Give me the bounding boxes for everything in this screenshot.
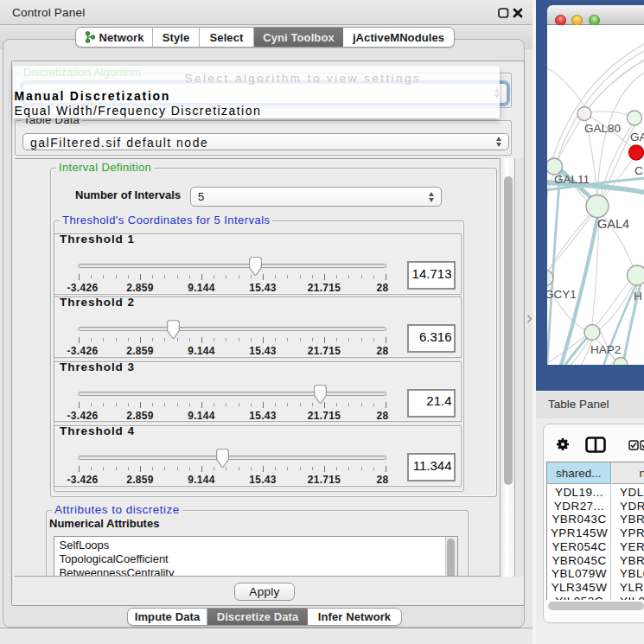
svg-text:GA: GA — [630, 131, 644, 143]
svg-text:HAP2: HAP2 — [590, 343, 621, 356]
svg-text:GAL11: GAL11 — [554, 173, 590, 186]
svg-text:H: H — [634, 290, 642, 303]
svg-text:GAL80: GAL80 — [584, 122, 621, 135]
svg-text:GCY1: GCY1 — [547, 288, 577, 301]
svg-text:C: C — [634, 164, 643, 177]
svg-text:GAL4: GAL4 — [597, 217, 629, 231]
